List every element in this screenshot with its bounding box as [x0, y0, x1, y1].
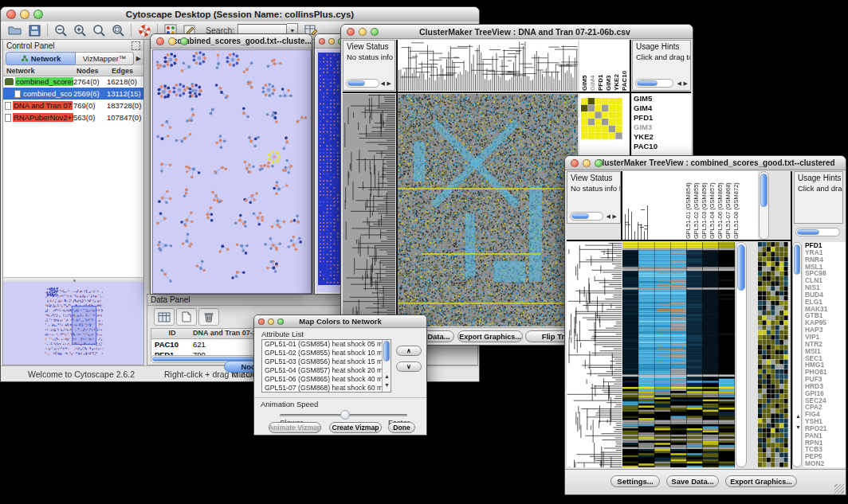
network-tree-row[interactable]: DNA and Tran 07 769(0) 183728(0): [3, 100, 143, 111]
column-label[interactable]: GPL51-02 (GSM855): [693, 171, 700, 239]
status-hscrollbar[interactable]: [346, 79, 379, 88]
done-button[interactable]: Done: [388, 422, 415, 433]
scroll-left-arrow[interactable]: ◀: [677, 80, 681, 86]
zoom-button[interactable]: [180, 37, 188, 45]
column-label[interactable]: GIM3: [605, 41, 612, 91]
settings-button[interactable]: Settings...: [610, 475, 660, 487]
resize-grip[interactable]: [834, 484, 844, 494]
dialog-titlebar[interactable]: Map Colors to Network: [254, 315, 426, 328]
network-tree-row[interactable]: combined_scores 2764(0) 16218(0): [3, 76, 143, 88]
column-vscrollbar[interactable]: [759, 171, 769, 240]
heatmap-canvas[interactable]: [398, 94, 578, 326]
gene-list-vscrollbar[interactable]: ▲ ▼: [792, 242, 802, 467]
network-view-titlebar[interactable]: combined_scores_good.txt--cluste...: [151, 34, 312, 49]
column-label[interactable]: GPL51-01 (GSM854): [685, 171, 692, 239]
zoom-out-icon[interactable]: [53, 23, 69, 37]
export-graphics-button[interactable]: Export Graphics...: [725, 475, 797, 487]
correlation-matrix-canvas[interactable]: [581, 98, 622, 139]
close-button[interactable]: [258, 318, 265, 325]
select-attributes-icon[interactable]: [154, 308, 175, 326]
tab-network[interactable]: Network: [6, 52, 76, 65]
animate-vizmap-button[interactable]: Animate Vizmap: [269, 422, 321, 433]
zoom-button[interactable]: [595, 159, 603, 167]
gene-label[interactable]: GIM5: [632, 94, 691, 104]
hints-hscrollbar[interactable]: [795, 228, 840, 236]
scroll-right-arrow[interactable]: ▶: [613, 213, 617, 219]
column-dendrogram-canvas[interactable]: [398, 40, 578, 91]
column-dendrogram-canvas[interactable]: [624, 203, 648, 240]
scroll-down-arrow[interactable]: ▼: [384, 382, 390, 388]
save-data-button[interactable]: Save Data...: [666, 475, 719, 487]
attribute-list-item[interactable]: GPL51-06 (GSM865) heat shock 40 min: [262, 375, 382, 384]
row-dendrogram-canvas[interactable]: [343, 94, 395, 326]
move-up-button[interactable]: ∧: [396, 346, 422, 356]
gene-label[interactable]: MON2: [803, 460, 846, 467]
close-button[interactable]: [347, 28, 355, 36]
new-attribute-icon[interactable]: [176, 308, 197, 326]
create-vizmap-button[interactable]: Create Vizmap: [329, 422, 382, 433]
close-button[interactable]: [6, 10, 16, 19]
list-vscrollbar[interactable]: ▲ ▼: [382, 340, 391, 392]
move-down-button[interactable]: ∨: [396, 361, 422, 372]
network-tree-row[interactable]: combined_sco 2569(6) 13112(15): [3, 88, 143, 100]
zoom-button[interactable]: [33, 10, 43, 19]
zoom-button[interactable]: [277, 318, 284, 325]
close-button[interactable]: [319, 38, 325, 45]
treeview1-titlebar[interactable]: ClusterMaker TreeView : DNA and Tran 07-…: [341, 25, 693, 39]
tab-overflow-arrow[interactable]: ▶: [136, 55, 141, 62]
open-session-icon[interactable]: [7, 23, 23, 37]
gene-label[interactable]: GIM3: [632, 123, 691, 132]
help-lifebuoy-icon[interactable]: [136, 23, 152, 37]
export-graphics-button[interactable]: Export Graphics...: [457, 330, 523, 342]
minimize-button[interactable]: [20, 10, 29, 19]
gene-label[interactable]: GIM4: [632, 104, 691, 113]
close-button[interactable]: [571, 159, 579, 167]
zoom-in-icon[interactable]: [72, 23, 88, 37]
slider-thumb[interactable]: [340, 410, 350, 420]
hints-hscrollbar[interactable]: [635, 79, 673, 88]
delete-attribute-icon[interactable]: [198, 308, 219, 326]
heatmap-canvas[interactable]: [622, 242, 735, 467]
float-panel-icon[interactable]: [132, 41, 140, 50]
scroll-up-arrow[interactable]: ▲: [795, 413, 801, 419]
column-label[interactable]: GPL51-06 (GSM865): [716, 171, 724, 239]
treeview2-titlebar[interactable]: ClusterMaker TreeView : combined_scores_…: [565, 156, 846, 170]
heatmap-vscrollbar[interactable]: [736, 242, 747, 467]
minimize-button[interactable]: [328, 38, 335, 45]
zoom-selected-icon[interactable]: [91, 23, 107, 37]
row-dendrogram-canvas[interactable]: [567, 242, 622, 467]
column-label[interactable]: GPL51-08 (GSM872): [732, 171, 740, 239]
attribute-list-item[interactable]: GPL51-07 (GSM868) heat shock 60 min: [262, 384, 382, 393]
scroll-right-arrow[interactable]: ▶: [684, 80, 688, 86]
minimize-button[interactable]: [583, 159, 591, 167]
zoom-fit-icon[interactable]: [110, 23, 126, 37]
column-label[interactable]: GPL51-07 (GSM868): [724, 171, 732, 239]
save-session-icon[interactable]: [26, 23, 42, 37]
close-button[interactable]: [156, 37, 164, 45]
gene-label[interactable]: PAC10: [632, 142, 691, 151]
main-titlebar[interactable]: Cytoscape Desktop (Session Name: collins…: [1, 7, 479, 22]
column-label[interactable]: GPL51-03 (GSM856): [701, 171, 708, 239]
column-label[interactable]: GPL51-04 (GSM857): [709, 171, 716, 239]
attribute-list-item[interactable]: GPL51-01 (GSM854) heat shock 05 min: [262, 340, 382, 349]
gene-label[interactable]: YKE2: [632, 132, 691, 142]
status-hscrollbar[interactable]: [570, 212, 603, 221]
attribute-list-item[interactable]: GPL51-02 (GSM855) heat shock 10 min: [262, 349, 382, 357]
zoom-heatmap-canvas[interactable]: [758, 242, 788, 467]
scroll-left-arrow[interactable]: ◀: [607, 213, 610, 219]
minimize-button[interactable]: [168, 37, 176, 45]
column-label[interactable]: GIM5: [581, 41, 588, 91]
column-tree-area[interactable]: GPL51-01 (GSM854)GPL51-02 (GSM855)GPL51-…: [622, 171, 758, 240]
network-overview-canvas[interactable]: [3, 282, 143, 365]
network-tree-row[interactable]: RNAPuberNov2+! 563(0) 107847(0): [3, 111, 143, 123]
zoom-button[interactable]: [371, 28, 379, 36]
minimize-button[interactable]: [359, 28, 367, 36]
gene-label[interactable]: PFD1: [632, 113, 691, 123]
minimize-button[interactable]: [268, 318, 274, 325]
scroll-up-arrow[interactable]: ▲: [384, 373, 390, 379]
column-label[interactable]: GIM4: [589, 41, 596, 91]
column-label[interactable]: PFD1: [597, 41, 604, 91]
scroll-left-arrow[interactable]: ◀: [381, 80, 385, 86]
column-label[interactable]: YKE2: [613, 41, 620, 91]
attribute-list-item[interactable]: GPL51-03 (GSM856) heat shock 15 min: [262, 357, 382, 366]
